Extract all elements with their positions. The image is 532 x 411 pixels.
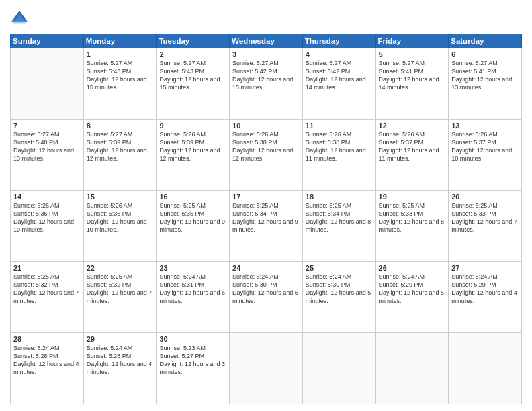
day-number: 20 xyxy=(451,193,519,201)
calendar-week-5: 28Sunrise: 5:24 AM Sunset: 5:28 PM Dayli… xyxy=(11,333,522,404)
day-info: Sunrise: 5:26 AM Sunset: 5:37 PM Dayligh… xyxy=(451,130,519,163)
day-number: 19 xyxy=(379,193,446,201)
page: SundayMondayTuesdayWednesdayThursdayFrid… xyxy=(0,0,532,411)
calendar-cell: 14Sunrise: 5:26 AM Sunset: 5:36 PM Dayli… xyxy=(11,191,84,262)
calendar-header-saturday: Saturday xyxy=(449,34,522,48)
header xyxy=(10,7,522,28)
day-number: 3 xyxy=(232,50,300,58)
day-info: Sunrise: 5:26 AM Sunset: 5:36 PM Dayligh… xyxy=(13,201,81,234)
day-info: Sunrise: 5:27 AM Sunset: 5:41 PM Dayligh… xyxy=(379,59,446,92)
calendar-week-3: 14Sunrise: 5:26 AM Sunset: 5:36 PM Dayli… xyxy=(11,191,522,262)
day-number: 14 xyxy=(13,193,81,201)
day-number: 7 xyxy=(13,122,81,130)
calendar-header-friday: Friday xyxy=(375,34,449,48)
day-info: Sunrise: 5:27 AM Sunset: 5:39 PM Dayligh… xyxy=(87,130,154,163)
day-info: Sunrise: 5:27 AM Sunset: 5:41 PM Dayligh… xyxy=(451,59,519,92)
day-number: 4 xyxy=(306,50,373,58)
day-number: 30 xyxy=(159,335,226,343)
day-info: Sunrise: 5:24 AM Sunset: 5:29 PM Dayligh… xyxy=(451,273,519,306)
calendar-header-sunday: Sunday xyxy=(11,34,84,48)
calendar-cell: 1Sunrise: 5:27 AM Sunset: 5:43 PM Daylig… xyxy=(83,48,157,120)
day-number: 9 xyxy=(159,122,226,130)
day-number: 16 xyxy=(159,193,226,201)
calendar-cell: 7Sunrise: 5:27 AM Sunset: 5:40 PM Daylig… xyxy=(11,120,84,191)
calendar-cell: 28Sunrise: 5:24 AM Sunset: 5:28 PM Dayli… xyxy=(11,333,84,404)
day-info: Sunrise: 5:24 AM Sunset: 5:28 PM Dayligh… xyxy=(13,344,81,377)
day-info: Sunrise: 5:26 AM Sunset: 5:36 PM Dayligh… xyxy=(87,201,154,234)
calendar-cell xyxy=(302,333,375,404)
day-number: 10 xyxy=(232,122,300,130)
day-info: Sunrise: 5:24 AM Sunset: 5:30 PM Dayligh… xyxy=(232,273,300,306)
calendar-week-4: 21Sunrise: 5:25 AM Sunset: 5:32 PM Dayli… xyxy=(11,262,522,333)
day-info: Sunrise: 5:25 AM Sunset: 5:34 PM Dayligh… xyxy=(306,201,373,234)
day-info: Sunrise: 5:25 AM Sunset: 5:32 PM Dayligh… xyxy=(13,273,81,306)
calendar-cell: 4Sunrise: 5:27 AM Sunset: 5:42 PM Daylig… xyxy=(302,48,375,120)
calendar-week-2: 7Sunrise: 5:27 AM Sunset: 5:40 PM Daylig… xyxy=(11,120,522,191)
calendar-cell: 2Sunrise: 5:27 AM Sunset: 5:43 PM Daylig… xyxy=(157,48,230,120)
calendar-cell: 8Sunrise: 5:27 AM Sunset: 5:39 PM Daylig… xyxy=(83,120,157,191)
day-number: 1 xyxy=(87,50,154,58)
calendar-cell: 19Sunrise: 5:25 AM Sunset: 5:33 PM Dayli… xyxy=(375,191,449,262)
day-number: 8 xyxy=(87,122,154,130)
day-info: Sunrise: 5:27 AM Sunset: 5:43 PM Dayligh… xyxy=(87,59,154,92)
day-info: Sunrise: 5:26 AM Sunset: 5:38 PM Dayligh… xyxy=(306,130,373,163)
calendar-cell xyxy=(449,333,522,404)
calendar-cell: 22Sunrise: 5:25 AM Sunset: 5:32 PM Dayli… xyxy=(83,262,157,333)
calendar-cell xyxy=(375,333,449,404)
calendar-week-1: 1Sunrise: 5:27 AM Sunset: 5:43 PM Daylig… xyxy=(11,48,522,120)
calendar-header-row: SundayMondayTuesdayWednesdayThursdayFrid… xyxy=(11,34,522,48)
day-info: Sunrise: 5:27 AM Sunset: 5:40 PM Dayligh… xyxy=(13,130,81,163)
day-info: Sunrise: 5:27 AM Sunset: 5:42 PM Dayligh… xyxy=(232,59,300,92)
calendar-cell: 30Sunrise: 5:23 AM Sunset: 5:27 PM Dayli… xyxy=(157,333,230,404)
day-info: Sunrise: 5:25 AM Sunset: 5:34 PM Dayligh… xyxy=(232,201,300,234)
calendar-cell: 12Sunrise: 5:26 AM Sunset: 5:37 PM Dayli… xyxy=(375,120,449,191)
calendar-cell: 17Sunrise: 5:25 AM Sunset: 5:34 PM Dayli… xyxy=(230,191,303,262)
calendar-cell xyxy=(230,333,303,404)
day-number: 24 xyxy=(232,264,300,272)
calendar-cell: 18Sunrise: 5:25 AM Sunset: 5:34 PM Dayli… xyxy=(302,191,375,262)
calendar-cell: 15Sunrise: 5:26 AM Sunset: 5:36 PM Dayli… xyxy=(83,191,157,262)
day-info: Sunrise: 5:25 AM Sunset: 5:35 PM Dayligh… xyxy=(159,201,226,234)
calendar-table: SundayMondayTuesdayWednesdayThursdayFrid… xyxy=(10,34,522,404)
day-info: Sunrise: 5:27 AM Sunset: 5:43 PM Dayligh… xyxy=(159,59,226,92)
day-number: 11 xyxy=(306,122,373,130)
calendar-cell: 25Sunrise: 5:24 AM Sunset: 5:30 PM Dayli… xyxy=(302,262,375,333)
day-info: Sunrise: 5:24 AM Sunset: 5:28 PM Dayligh… xyxy=(87,344,154,377)
calendar-header-tuesday: Tuesday xyxy=(157,34,230,48)
day-info: Sunrise: 5:25 AM Sunset: 5:33 PM Dayligh… xyxy=(451,201,519,234)
day-number: 25 xyxy=(306,264,373,272)
calendar-cell: 27Sunrise: 5:24 AM Sunset: 5:29 PM Dayli… xyxy=(449,262,522,333)
calendar-cell xyxy=(11,48,84,120)
day-info: Sunrise: 5:27 AM Sunset: 5:42 PM Dayligh… xyxy=(306,59,373,92)
calendar-cell: 16Sunrise: 5:25 AM Sunset: 5:35 PM Dayli… xyxy=(157,191,230,262)
calendar-cell: 23Sunrise: 5:24 AM Sunset: 5:31 PM Dayli… xyxy=(157,262,230,333)
logo xyxy=(10,9,30,28)
calendar-cell: 26Sunrise: 5:24 AM Sunset: 5:29 PM Dayli… xyxy=(375,262,449,333)
day-number: 22 xyxy=(87,264,154,272)
day-info: Sunrise: 5:24 AM Sunset: 5:30 PM Dayligh… xyxy=(306,273,373,306)
calendar-cell: 3Sunrise: 5:27 AM Sunset: 5:42 PM Daylig… xyxy=(230,48,303,120)
day-info: Sunrise: 5:24 AM Sunset: 5:31 PM Dayligh… xyxy=(159,273,226,306)
day-number: 15 xyxy=(87,193,154,201)
day-info: Sunrise: 5:25 AM Sunset: 5:32 PM Dayligh… xyxy=(87,273,154,306)
calendar-cell: 11Sunrise: 5:26 AM Sunset: 5:38 PM Dayli… xyxy=(302,120,375,191)
day-info: Sunrise: 5:26 AM Sunset: 5:38 PM Dayligh… xyxy=(232,130,300,163)
day-number: 13 xyxy=(451,122,519,130)
day-number: 2 xyxy=(159,50,226,58)
calendar-header-thursday: Thursday xyxy=(302,34,375,48)
calendar-cell: 29Sunrise: 5:24 AM Sunset: 5:28 PM Dayli… xyxy=(83,333,157,404)
day-number: 17 xyxy=(232,193,300,201)
day-number: 6 xyxy=(451,50,519,58)
day-number: 12 xyxy=(379,122,446,130)
day-number: 18 xyxy=(306,193,373,201)
logo-icon xyxy=(10,9,29,28)
calendar-header-wednesday: Wednesday xyxy=(230,34,303,48)
day-info: Sunrise: 5:26 AM Sunset: 5:37 PM Dayligh… xyxy=(379,130,446,163)
calendar-cell: 6Sunrise: 5:27 AM Sunset: 5:41 PM Daylig… xyxy=(449,48,522,120)
day-info: Sunrise: 5:23 AM Sunset: 5:27 PM Dayligh… xyxy=(159,344,226,377)
day-info: Sunrise: 5:26 AM Sunset: 5:39 PM Dayligh… xyxy=(159,130,226,163)
day-number: 23 xyxy=(159,264,226,272)
day-number: 21 xyxy=(13,264,81,272)
day-number: 26 xyxy=(379,264,446,272)
day-number: 27 xyxy=(451,264,519,272)
